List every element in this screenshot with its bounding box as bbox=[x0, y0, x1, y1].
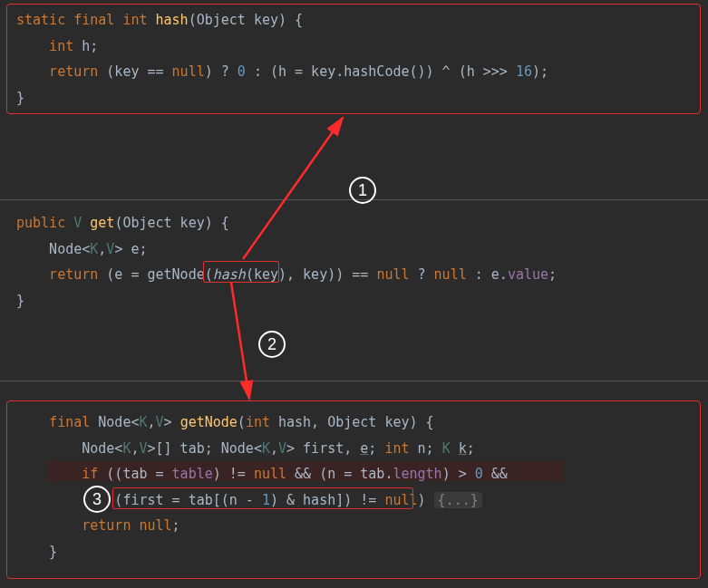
divider bbox=[0, 381, 708, 381]
code-block-get: public V get(Object key) { Node<K,V> e; … bbox=[16, 210, 557, 313]
annotation-1: 1 bbox=[349, 177, 376, 204]
annotation-3: 3 bbox=[83, 486, 111, 513]
code-block-hash: static final int hash(Object key) { int … bbox=[16, 7, 548, 111]
annotation-2: 2 bbox=[258, 331, 286, 358]
